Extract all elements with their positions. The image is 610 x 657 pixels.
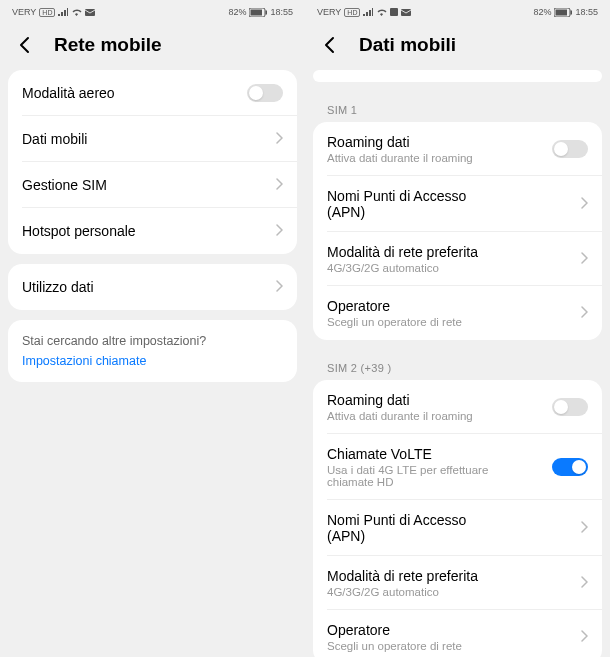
vpn-icon <box>390 8 398 16</box>
row-label: Nomi Punti di Accesso (APN) <box>327 188 507 220</box>
battery-percent: 82% <box>533 7 551 17</box>
row-label: Operatore <box>327 298 575 314</box>
status-bar: VERY HD 82% 18:55 <box>305 0 610 24</box>
row-label: Chiamate VoLTE <box>327 446 552 462</box>
sim1-roaming-toggle[interactable] <box>552 140 588 158</box>
svg-rect-3 <box>266 10 268 14</box>
sim2-volte-toggle[interactable] <box>552 458 588 476</box>
svg-rect-5 <box>401 9 411 16</box>
svg-rect-7 <box>556 9 568 15</box>
row-sublabel: 4G/3G/2G automatico <box>327 586 575 598</box>
chevron-right-icon <box>581 250 588 268</box>
row-sim2-operator[interactable]: Operatore Scegli un operatore di rete <box>313 610 602 657</box>
row-sim2-apn[interactable]: Nomi Punti di Accesso (APN) <box>313 500 602 556</box>
svg-rect-2 <box>251 9 263 15</box>
row-mobile-data[interactable]: Dati mobili <box>8 116 297 162</box>
settings-card-usage: Utilizzo dati <box>8 264 297 310</box>
row-label: Roaming dati <box>327 392 552 408</box>
wifi-icon <box>376 8 387 16</box>
row-sim2-volte[interactable]: Chiamate VoLTE Usa i dati 4G LTE per eff… <box>313 434 602 500</box>
row-personal-hotspot[interactable]: Hotspot personale <box>8 208 297 254</box>
screen-rete-mobile: VERY HD 82% 18:55 Rete mobile Modalità a… <box>0 0 305 657</box>
header: Rete mobile <box>0 24 305 70</box>
row-label: Utilizzo dati <box>22 279 270 295</box>
page-title: Rete mobile <box>54 34 162 56</box>
chevron-right-icon <box>276 176 283 194</box>
battery-percent: 82% <box>228 7 246 17</box>
row-sublabel: Scegli un operatore di rete <box>327 640 575 652</box>
row-label: Gestione SIM <box>22 177 270 193</box>
clock: 18:55 <box>270 7 293 17</box>
mail-icon <box>401 9 411 16</box>
info-card: Stai cercando altre impostazioni? Impost… <box>8 320 297 382</box>
chevron-right-icon <box>276 278 283 296</box>
chevron-right-icon <box>581 195 588 213</box>
status-bar: VERY HD 82% 18:55 <box>0 0 305 24</box>
hd-badge: HD <box>39 8 55 17</box>
battery-icon <box>249 8 267 17</box>
svg-rect-0 <box>85 9 95 16</box>
row-label: Nomi Punti di Accesso (APN) <box>327 512 507 544</box>
sim1-section-label: SIM 1 <box>313 92 602 122</box>
row-data-usage[interactable]: Utilizzo dati <box>8 264 297 310</box>
screen-dati-mobili: VERY HD 82% 18:55 Dati mobili SIM 1 Roam… <box>305 0 610 657</box>
chevron-right-icon <box>581 628 588 646</box>
row-label: Modalità aereo <box>22 85 247 101</box>
row-label: Operatore <box>327 622 575 638</box>
row-label: Roaming dati <box>327 134 552 150</box>
row-label: Modalità di rete preferita <box>327 568 575 584</box>
row-sim1-apn[interactable]: Nomi Punti di Accesso (APN) <box>313 176 602 232</box>
mail-icon <box>85 9 95 16</box>
back-button[interactable] <box>319 34 341 56</box>
row-sim2-netmode[interactable]: Modalità di rete preferita 4G/3G/2G auto… <box>313 556 602 610</box>
sim1-card: Roaming dati Attiva dati durante il roam… <box>313 122 602 340</box>
row-sim1-netmode[interactable]: Modalità di rete preferita 4G/3G/2G auto… <box>313 232 602 286</box>
header: Dati mobili <box>305 24 610 70</box>
row-label: Dati mobili <box>22 131 270 147</box>
carrier-label: VERY <box>12 7 36 17</box>
row-label: Modalità di rete preferita <box>327 244 575 260</box>
carrier-label: VERY <box>317 7 341 17</box>
info-question: Stai cercando altre impostazioni? <box>22 334 283 348</box>
chevron-right-icon <box>276 222 283 240</box>
signal-icon <box>58 8 68 16</box>
call-settings-link[interactable]: Impostazioni chiamate <box>22 354 283 368</box>
chevron-right-icon <box>581 304 588 322</box>
row-sim-management[interactable]: Gestione SIM <box>8 162 297 208</box>
row-sublabel: Usa i dati 4G LTE per effettuare chiamat… <box>327 464 517 488</box>
wifi-icon <box>71 8 82 16</box>
back-button[interactable] <box>14 34 36 56</box>
battery-icon <box>554 8 572 17</box>
clock: 18:55 <box>575 7 598 17</box>
sim2-roaming-toggle[interactable] <box>552 398 588 416</box>
row-sublabel: Scegli un operatore di rete <box>327 316 575 328</box>
row-sublabel: 4G/3G/2G automatico <box>327 262 575 274</box>
chevron-right-icon <box>276 130 283 148</box>
row-label: Hotspot personale <box>22 223 270 239</box>
page-title: Dati mobili <box>359 34 456 56</box>
row-sublabel: Attiva dati durante il roaming <box>327 152 552 164</box>
signal-icon <box>363 8 373 16</box>
row-airplane-mode[interactable]: Modalità aereo <box>8 70 297 116</box>
row-sim2-roaming[interactable]: Roaming dati Attiva dati durante il roam… <box>313 380 602 434</box>
svg-rect-4 <box>390 8 398 16</box>
row-sublabel: Attiva dati durante il roaming <box>327 410 552 422</box>
hd-badge: HD <box>344 8 360 17</box>
chevron-right-icon <box>581 574 588 592</box>
card-stub <box>313 70 602 82</box>
sim2-section-label: SIM 2 (+39 ) <box>313 350 602 380</box>
row-sim1-roaming[interactable]: Roaming dati Attiva dati durante il roam… <box>313 122 602 176</box>
chevron-right-icon <box>581 519 588 537</box>
row-sim1-operator[interactable]: Operatore Scegli un operatore di rete <box>313 286 602 340</box>
airplane-toggle[interactable] <box>247 84 283 102</box>
settings-card-main: Modalità aereo Dati mobili Gestione SIM … <box>8 70 297 254</box>
sim2-card: Roaming dati Attiva dati durante il roam… <box>313 380 602 657</box>
svg-rect-8 <box>571 10 573 14</box>
